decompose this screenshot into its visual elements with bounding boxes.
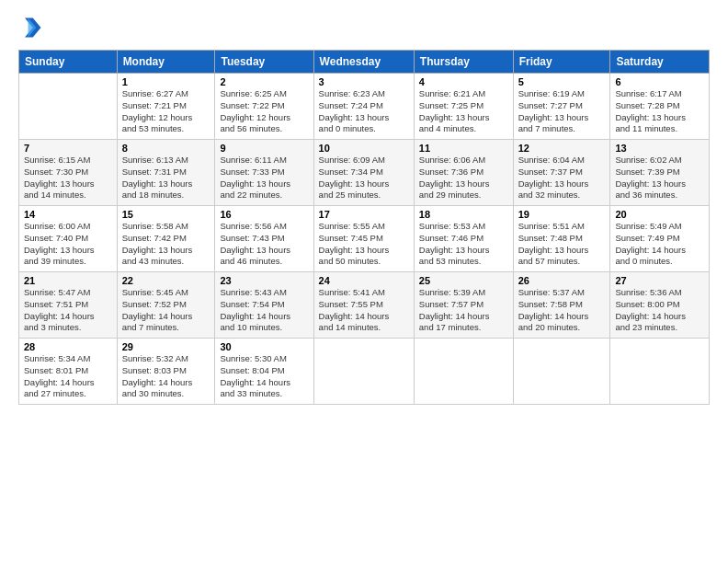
day-number: 8 [122, 143, 210, 154]
week-row-4: 21Sunrise: 5:47 AM Sunset: 7:51 PM Dayli… [19, 272, 710, 339]
calendar-cell: 10Sunrise: 6:09 AM Sunset: 7:34 PM Dayli… [313, 140, 414, 206]
week-row-1: 1Sunrise: 6:27 AM Sunset: 7:21 PM Daylig… [19, 74, 710, 140]
day-number: 7 [24, 143, 112, 154]
calendar-cell: 23Sunrise: 5:43 AM Sunset: 7:54 PM Dayli… [215, 272, 313, 339]
weekday-header-sunday: Sunday [19, 51, 118, 74]
day-info: Sunrise: 6:27 AM Sunset: 7:21 PM Dayligh… [122, 88, 210, 135]
day-info: Sunrise: 5:53 AM Sunset: 7:46 PM Dayligh… [419, 221, 508, 268]
calendar-cell: 21Sunrise: 5:47 AM Sunset: 7:51 PM Dayli… [19, 272, 118, 339]
calendar-cell [610, 339, 710, 405]
day-info: Sunrise: 5:32 AM Sunset: 8:03 PM Dayligh… [122, 353, 210, 400]
week-row-2: 7Sunrise: 6:15 AM Sunset: 7:30 PM Daylig… [19, 140, 710, 206]
day-number: 3 [319, 76, 409, 87]
week-row-5: 28Sunrise: 5:34 AM Sunset: 8:01 PM Dayli… [19, 339, 710, 405]
calendar-cell: 13Sunrise: 6:02 AM Sunset: 7:39 PM Dayli… [610, 140, 710, 206]
calendar-cell [313, 339, 414, 405]
day-info: Sunrise: 5:58 AM Sunset: 7:42 PM Dayligh… [122, 221, 210, 268]
day-number: 13 [615, 143, 704, 154]
day-number: 2 [220, 76, 308, 87]
day-number: 22 [122, 275, 210, 286]
calendar-cell: 25Sunrise: 5:39 AM Sunset: 7:57 PM Dayli… [414, 272, 513, 339]
calendar-cell: 15Sunrise: 5:58 AM Sunset: 7:42 PM Dayli… [117, 206, 215, 272]
day-info: Sunrise: 6:13 AM Sunset: 7:31 PM Dayligh… [122, 155, 210, 201]
calendar-cell: 26Sunrise: 5:37 AM Sunset: 7:58 PM Dayli… [513, 272, 610, 339]
day-info: Sunrise: 6:00 AM Sunset: 7:40 PM Dayligh… [24, 221, 112, 268]
calendar-cell: 9Sunrise: 6:11 AM Sunset: 7:33 PM Daylig… [215, 140, 313, 206]
calendar-cell: 3Sunrise: 6:23 AM Sunset: 7:24 PM Daylig… [313, 74, 414, 140]
day-number: 23 [220, 275, 308, 286]
calendar-cell: 27Sunrise: 5:36 AM Sunset: 8:00 PM Dayli… [610, 272, 710, 339]
day-info: Sunrise: 5:39 AM Sunset: 7:57 PM Dayligh… [419, 287, 508, 334]
calendar-cell: 11Sunrise: 6:06 AM Sunset: 7:36 PM Dayli… [414, 140, 513, 206]
day-info: Sunrise: 6:15 AM Sunset: 7:30 PM Dayligh… [24, 155, 112, 201]
day-info: Sunrise: 5:36 AM Sunset: 8:00 PM Dayligh… [615, 287, 704, 334]
day-info: Sunrise: 5:34 AM Sunset: 8:01 PM Dayligh… [24, 353, 112, 400]
weekday-header-monday: Monday [117, 51, 215, 74]
weekday-header-friday: Friday [513, 51, 610, 74]
day-number: 24 [319, 275, 409, 286]
day-info: Sunrise: 6:21 AM Sunset: 7:25 PM Dayligh… [419, 88, 508, 135]
day-number: 11 [419, 143, 508, 154]
day-info: Sunrise: 5:43 AM Sunset: 7:54 PM Dayligh… [220, 287, 308, 334]
day-info: Sunrise: 5:51 AM Sunset: 7:48 PM Dayligh… [518, 221, 606, 268]
day-info: Sunrise: 6:17 AM Sunset: 7:28 PM Dayligh… [615, 88, 704, 135]
day-number: 20 [615, 209, 704, 220]
day-number: 14 [24, 209, 112, 220]
calendar-cell: 30Sunrise: 5:30 AM Sunset: 8:04 PM Dayli… [215, 339, 313, 405]
day-number: 29 [122, 341, 210, 352]
day-number: 28 [24, 341, 112, 352]
calendar-cell [513, 339, 610, 405]
day-info: Sunrise: 5:56 AM Sunset: 7:43 PM Dayligh… [220, 221, 308, 268]
day-info: Sunrise: 5:47 AM Sunset: 7:51 PM Dayligh… [24, 287, 112, 334]
calendar-cell: 7Sunrise: 6:15 AM Sunset: 7:30 PM Daylig… [19, 140, 118, 206]
calendar: SundayMondayTuesdayWednesdayThursdayFrid… [18, 50, 710, 405]
calendar-cell: 1Sunrise: 6:27 AM Sunset: 7:21 PM Daylig… [117, 74, 215, 140]
day-info: Sunrise: 6:06 AM Sunset: 7:36 PM Dayligh… [419, 155, 508, 201]
day-info: Sunrise: 5:41 AM Sunset: 7:55 PM Dayligh… [319, 287, 409, 334]
day-number: 9 [220, 143, 308, 154]
day-info: Sunrise: 5:37 AM Sunset: 7:58 PM Dayligh… [518, 287, 606, 334]
calendar-cell: 5Sunrise: 6:19 AM Sunset: 7:27 PM Daylig… [513, 74, 610, 140]
calendar-cell: 20Sunrise: 5:49 AM Sunset: 7:49 PM Dayli… [610, 206, 710, 272]
day-number: 15 [122, 209, 210, 220]
day-number: 18 [419, 209, 508, 220]
day-number: 26 [518, 275, 606, 286]
day-number: 10 [319, 143, 409, 154]
day-info: Sunrise: 5:45 AM Sunset: 7:52 PM Dayligh… [122, 287, 210, 334]
day-number: 5 [518, 76, 606, 87]
calendar-cell: 24Sunrise: 5:41 AM Sunset: 7:55 PM Dayli… [313, 272, 414, 339]
weekday-header-row: SundayMondayTuesdayWednesdayThursdayFrid… [19, 51, 710, 74]
day-number: 27 [615, 275, 704, 286]
logo [18, 15, 48, 40]
day-number: 6 [615, 76, 704, 87]
calendar-cell: 18Sunrise: 5:53 AM Sunset: 7:46 PM Dayli… [414, 206, 513, 272]
day-info: Sunrise: 6:02 AM Sunset: 7:39 PM Dayligh… [615, 155, 704, 201]
calendar-cell: 17Sunrise: 5:55 AM Sunset: 7:45 PM Dayli… [313, 206, 414, 272]
week-row-3: 14Sunrise: 6:00 AM Sunset: 7:40 PM Dayli… [19, 206, 710, 272]
calendar-cell [19, 74, 118, 140]
day-number: 30 [220, 341, 308, 352]
weekday-header-wednesday: Wednesday [313, 51, 414, 74]
day-info: Sunrise: 6:25 AM Sunset: 7:22 PM Dayligh… [220, 88, 308, 135]
calendar-cell: 19Sunrise: 5:51 AM Sunset: 7:48 PM Dayli… [513, 206, 610, 272]
calendar-cell: 8Sunrise: 6:13 AM Sunset: 7:31 PM Daylig… [117, 140, 215, 206]
day-info: Sunrise: 6:04 AM Sunset: 7:37 PM Dayligh… [518, 155, 606, 201]
day-info: Sunrise: 5:49 AM Sunset: 7:49 PM Dayligh… [615, 221, 704, 268]
day-number: 16 [220, 209, 308, 220]
weekday-header-thursday: Thursday [414, 51, 513, 74]
weekday-header-tuesday: Tuesday [215, 51, 313, 74]
day-info: Sunrise: 6:09 AM Sunset: 7:34 PM Dayligh… [319, 155, 409, 201]
day-number: 1 [122, 76, 210, 87]
day-number: 21 [24, 275, 112, 286]
logo-icon [18, 15, 44, 40]
day-info: Sunrise: 6:11 AM Sunset: 7:33 PM Dayligh… [220, 155, 308, 201]
day-number: 4 [419, 76, 508, 87]
day-info: Sunrise: 6:19 AM Sunset: 7:27 PM Dayligh… [518, 88, 606, 135]
day-number: 12 [518, 143, 606, 154]
day-number: 19 [518, 209, 606, 220]
calendar-cell: 29Sunrise: 5:32 AM Sunset: 8:03 PM Dayli… [117, 339, 215, 405]
calendar-cell: 28Sunrise: 5:34 AM Sunset: 8:01 PM Dayli… [19, 339, 118, 405]
page: SundayMondayTuesdayWednesdayThursdayFrid… [0, 0, 728, 563]
calendar-cell: 14Sunrise: 6:00 AM Sunset: 7:40 PM Dayli… [19, 206, 118, 272]
calendar-cell: 16Sunrise: 5:56 AM Sunset: 7:43 PM Dayli… [215, 206, 313, 272]
